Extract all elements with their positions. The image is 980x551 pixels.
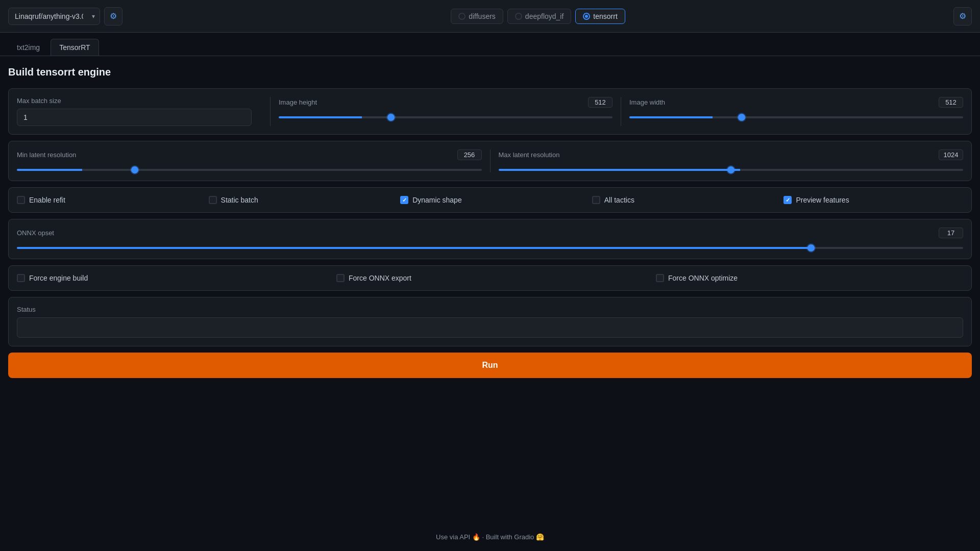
divider-1 — [270, 97, 271, 126]
radio-tensorrt[interactable]: tensorrt — [575, 9, 625, 24]
page-title: Build tensorrt engine — [8, 66, 972, 78]
footer: Use via API 🔥 · Built with Gradio 🤗 — [0, 523, 980, 551]
checkbox-box-dynamic-shape — [400, 196, 408, 204]
right-icon: ⚙ — [959, 11, 966, 21]
divider-2 — [621, 97, 621, 126]
force-options-row: Force engine build Force ONNX export For… — [17, 274, 963, 282]
row-batch-height-width: Max batch size Image height 512 Imag — [17, 97, 963, 126]
value-image-height: 512 — [588, 97, 612, 108]
section-status: Status — [8, 297, 972, 346]
input-max-batch-size[interactable] — [17, 109, 252, 126]
label-max-batch-size: Max batch size — [17, 97, 262, 105]
checkbox-label-force-engine-build: Force engine build — [29, 274, 88, 282]
status-content — [17, 317, 963, 338]
slider-max-latent[interactable] — [499, 169, 964, 171]
radio-label-diffusers: diffusers — [469, 12, 496, 20]
radio-deepfloyd[interactable]: deepfloyd_if — [507, 9, 572, 24]
radio-dot-diffusers — [458, 13, 465, 20]
radio-label-tensorrt: tensorrt — [593, 12, 617, 20]
radio-dot-deepfloyd — [515, 13, 522, 20]
label-image-height: Image height 512 — [279, 97, 612, 108]
checkbox-label-dynamic-shape: Dynamic shape — [412, 196, 462, 204]
slider-image-height[interactable] — [279, 116, 612, 118]
footer-text2: Built with Gradio — [486, 533, 534, 541]
slider-image-width[interactable] — [629, 116, 963, 118]
section-checkboxes: Enable refit Static batch Dynamic shape … — [8, 187, 972, 213]
checkbox-box-enable-refit — [17, 196, 25, 204]
slider-image-height-container — [279, 112, 612, 120]
footer-text1: Use via API — [436, 533, 470, 541]
label-min-latent: Min latent resolution 256 — [17, 149, 482, 160]
checkbox-box-all-tactics — [592, 196, 600, 204]
checkbox-box-force-engine-build — [17, 274, 25, 282]
value-max-latent: 1024 — [939, 149, 963, 160]
field-min-latent: Min latent resolution 256 — [17, 149, 482, 172]
header: Linaqruf/anything-v3.0 ▾ ⚙ diffusers dee… — [0, 0, 980, 33]
checkbox-box-static-batch — [209, 196, 217, 204]
checkbox-label-force-onnx-export: Force ONNX export — [349, 274, 411, 282]
field-max-latent: Max latent resolution 1024 — [499, 149, 964, 172]
tab-tensorrt[interactable]: TensorRT — [51, 39, 99, 56]
tab-bar: txt2img TensorRT — [0, 33, 980, 56]
checkbox-label-force-onnx-optimize: Force ONNX optimize — [668, 274, 738, 282]
checkbox-label-all-tactics: All tactics — [604, 196, 634, 204]
checkbox-enable-refit[interactable]: Enable refit — [17, 196, 197, 204]
checkbox-preview-features[interactable]: Preview features — [783, 196, 963, 204]
value-image-width: 512 — [939, 97, 963, 108]
status-label: Status — [17, 306, 963, 313]
checkbox-label-enable-refit: Enable refit — [29, 196, 65, 204]
checkbox-all-tactics[interactable]: All tactics — [592, 196, 772, 204]
radio-group: diffusers deepfloyd_if tensorrt — [451, 9, 625, 24]
radio-diffusers[interactable]: diffusers — [451, 9, 503, 24]
main-content: Build tensorrt engine Max batch size Ima… — [0, 56, 980, 394]
slider-min-latent[interactable] — [17, 169, 482, 171]
radio-label-deepfloyd: deepfloyd_if — [525, 12, 564, 20]
checkbox-force-engine-build[interactable]: Force engine build — [17, 274, 324, 282]
gear-icon: ⚙ — [110, 11, 117, 21]
checkbox-force-onnx-export[interactable]: Force ONNX export — [336, 274, 644, 282]
right-icon-button[interactable]: ⚙ — [953, 7, 972, 26]
label-max-latent: Max latent resolution 1024 — [499, 149, 964, 160]
header-left: Linaqruf/anything-v3.0 ▾ ⚙ — [8, 7, 122, 26]
checkbox-box-preview-features — [783, 196, 792, 204]
section-latent-resolution: Min latent resolution 256 Max latent res… — [8, 141, 972, 181]
header-right-icon[interactable]: ⚙ — [953, 7, 972, 26]
checkbox-row: Enable refit Static batch Dynamic shape … — [17, 196, 963, 204]
label-image-width: Image width 512 — [629, 97, 963, 108]
run-button[interactable]: Run — [8, 353, 972, 378]
tab-txt2img[interactable]: txt2img — [8, 39, 48, 56]
slider-image-width-container — [629, 112, 963, 120]
value-min-latent: 256 — [457, 149, 482, 160]
row-latent-resolution: Min latent resolution 256 Max latent res… — [17, 149, 963, 172]
field-image-width: Image width 512 — [629, 97, 963, 126]
value-onnx-opset: 17 — [939, 228, 963, 238]
checkbox-force-onnx-optimize[interactable]: Force ONNX optimize — [656, 274, 963, 282]
checkbox-box-force-onnx-optimize — [656, 274, 664, 282]
settings-icon-btn[interactable]: ⚙ — [104, 7, 122, 26]
model-select-wrapper[interactable]: Linaqruf/anything-v3.0 ▾ — [8, 8, 100, 25]
footer-separator: · — [482, 533, 484, 541]
checkbox-static-batch[interactable]: Static batch — [209, 196, 388, 204]
field-max-batch-size: Max batch size — [17, 97, 262, 126]
section-batch-height-width: Max batch size Image height 512 Imag — [8, 88, 972, 135]
field-image-height: Image height 512 — [279, 97, 612, 126]
section-force-options: Force engine build Force ONNX export For… — [8, 265, 972, 291]
checkbox-box-force-onnx-export — [336, 274, 345, 282]
radio-dot-tensorrt — [583, 13, 590, 20]
slider-onnx-opset[interactable] — [17, 247, 963, 249]
label-onnx-opset: ONNX opset 17 — [17, 228, 963, 238]
section-onnx-opset: ONNX opset 17 — [8, 219, 972, 259]
model-select[interactable]: Linaqruf/anything-v3.0 — [8, 8, 100, 25]
divider-3 — [490, 149, 491, 172]
checkbox-dynamic-shape[interactable]: Dynamic shape — [400, 196, 580, 204]
checkbox-label-static-batch: Static batch — [221, 196, 258, 204]
checkbox-label-preview-features: Preview features — [796, 196, 849, 204]
